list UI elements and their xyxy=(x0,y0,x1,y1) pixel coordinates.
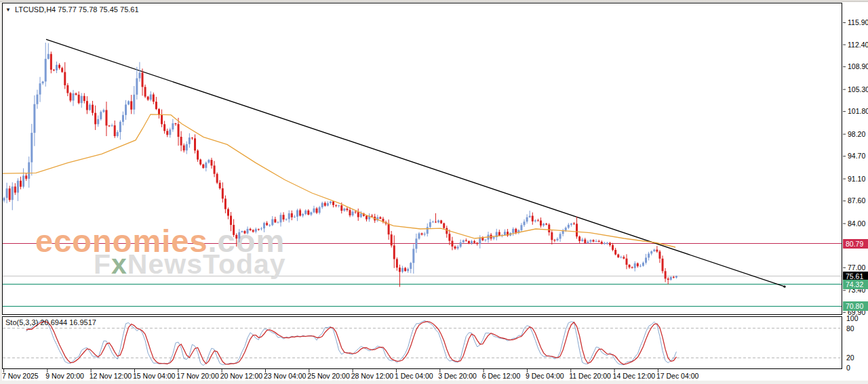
price-axis-tick-115.90: 115.90 xyxy=(848,18,868,26)
time-axis-label: 28 Nov 12:00 xyxy=(351,372,393,380)
time-axis-label: 6 Dec 12:00 xyxy=(482,372,521,380)
main-pane: economies.comFxNewsToday xyxy=(2,39,842,306)
price-axis-tick-84.00: 84.00 xyxy=(848,219,865,228)
price-axis-tick-91.10: 91.10 xyxy=(848,175,865,183)
price-axis[interactable]: 115.90112.40108.90105.30101.8098.2094.70… xyxy=(843,0,868,384)
time-axis-label: 17 Dec 04:00 xyxy=(656,372,698,380)
time-axis-label: 12 Nov 12:00 xyxy=(90,372,132,380)
price-badge-70.80: 70.80 xyxy=(843,301,868,311)
sto-scale-80: 80 xyxy=(846,324,854,333)
time-axis-label: 23 Nov 04:00 xyxy=(264,372,306,380)
price-badge-80.79: 80.79 xyxy=(843,239,868,249)
watermark-fxnewstoday: FxNewsToday xyxy=(94,249,286,280)
price-axis-tick-112.40: 112.40 xyxy=(848,41,868,49)
sto-scale-20: 20 xyxy=(846,354,854,362)
time-axis-label: 9 Dec 04:00 xyxy=(526,372,564,380)
sto-pane-border xyxy=(3,317,842,369)
price-axis-tick-105.30: 105.30 xyxy=(848,85,868,93)
price-axis-tick-94.70: 94.70 xyxy=(848,152,865,160)
time-axis-label: 17 Nov 20:00 xyxy=(176,372,218,380)
price-axis-tick-77.00: 77.00 xyxy=(848,263,865,272)
symbol-ohlc-label: LTCUSD,H4 75.77 75.78 75.45 75.61 xyxy=(15,5,139,14)
time-axis-label: 25 Nov 20:00 xyxy=(307,372,349,380)
time-axis-label: 3 Dec 20:00 xyxy=(438,372,477,380)
axis-ticks xyxy=(4,23,846,373)
price-axis-tick-101.80: 101.80 xyxy=(848,107,868,115)
time-axis-label: 11 Dec 20:00 xyxy=(569,372,611,380)
symbol-header: ▼ LTCUSD,H4 75.77 75.78 75.45 75.61 xyxy=(5,5,139,14)
stochastic-pane xyxy=(3,320,842,365)
chart-canvas[interactable]: economies.comFxNewsToday xyxy=(0,0,868,384)
stochastic-label: Sto(5,3,3) 20.6944 16.9517 xyxy=(5,318,96,326)
time-axis-label: 14 Dec 12:00 xyxy=(613,372,655,380)
time-axis-label: 20 Nov 12:00 xyxy=(220,372,262,380)
price-axis-tick-108.90: 108.90 xyxy=(848,62,868,70)
time-axis-label: 1 Dec 04:00 xyxy=(395,372,433,380)
symbol-dropdown-icon[interactable]: ▼ xyxy=(5,6,11,14)
time-axis-label: 15 Nov 04:00 xyxy=(133,372,175,380)
price-badge-74.32: 74.32 xyxy=(843,280,868,289)
price-axis-tick-98.20: 98.20 xyxy=(848,130,865,138)
time-axis-label: 9 Nov 20:00 xyxy=(45,372,84,380)
sto-scale-100: 100 xyxy=(846,314,859,322)
time-axis-label: 7 Nov 2025 xyxy=(2,372,39,380)
time-axis[interactable]: 7 Nov 20259 Nov 20:0012 Nov 12:0015 Nov … xyxy=(0,369,868,384)
price-axis-tick-87.60: 87.60 xyxy=(848,196,865,205)
sto-k-line xyxy=(26,320,677,365)
